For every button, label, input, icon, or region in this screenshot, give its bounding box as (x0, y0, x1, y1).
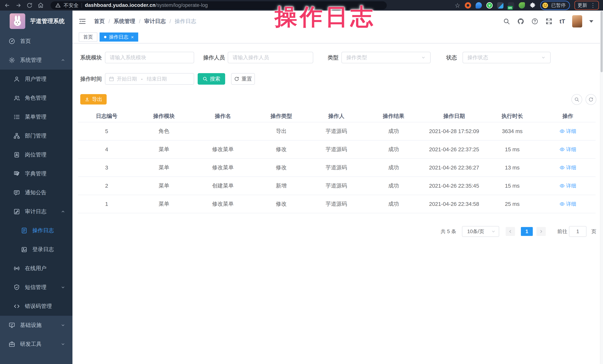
browser-update-button[interactable]: 更新 ⋮ (574, 1, 599, 10)
home-icon[interactable] (37, 2, 44, 9)
cell-type: 导出 (253, 122, 309, 140)
end-date-placeholder: 结束日期 (147, 76, 167, 82)
online-signal-icon (13, 265, 20, 272)
sidebar-logo-row[interactable]: 芋道管理系统 (0, 11, 72, 32)
chevron-down-icon (421, 55, 426, 60)
sidebar-item-label: 审计日志 (25, 208, 46, 215)
sidebar-item-dict-management[interactable]: 字典管理 (0, 164, 72, 183)
toggle-search-circle-button[interactable] (571, 94, 582, 105)
page-size-select[interactable]: 10条/页 (462, 226, 499, 237)
reload-icon[interactable] (26, 2, 33, 9)
address-divider (81, 3, 82, 8)
cell-type: 新增 (253, 177, 309, 195)
system-management-submenu: 用户管理 角色管理 菜单管理 部门管理 岗位管理 (0, 70, 72, 316)
font-size-icon[interactable]: tT (559, 18, 565, 25)
scrollbar-thumb[interactable] (601, 11, 603, 72)
detail-link[interactable]: 详细 (559, 182, 576, 189)
status-select[interactable]: 操作状态 (463, 52, 551, 63)
cell-date: 2021-04-26 22:36:27 (424, 159, 485, 176)
search-button[interactable]: 搜索 (198, 73, 225, 85)
sidebar-item-home[interactable]: 首页 (0, 32, 72, 51)
cell-module: 菜单 (135, 141, 193, 158)
sidebar-item-operate-log[interactable]: 操作日志 (0, 221, 72, 240)
sidebar-item-sms-management[interactable]: 短信管理 (0, 278, 72, 297)
reset-button[interactable]: 重置 (231, 73, 255, 85)
extension-icon-green-v[interactable]: v (486, 2, 493, 9)
extension-icon-leaf[interactable] (519, 2, 525, 9)
eye-icon (559, 165, 565, 170)
prev-page-button[interactable] (506, 227, 515, 236)
toolbox-icon (9, 341, 15, 347)
detail-link[interactable]: 详细 (559, 128, 576, 134)
user-avatar[interactable] (572, 15, 582, 27)
code-icon (13, 303, 20, 310)
sidebar-item-menu-management[interactable]: 菜单管理 (0, 108, 72, 126)
filter-module-label: 系统模块 (76, 52, 102, 63)
breadcrumb-home[interactable]: 首页 (94, 18, 105, 25)
tab-operate-log[interactable]: 操作日志 × (100, 33, 138, 42)
detail-link[interactable]: 详细 (559, 146, 576, 153)
paused-badge-label: 已暂停 (551, 2, 566, 9)
extension-icon-orange[interactable] (465, 2, 471, 9)
export-button[interactable]: 导出 (80, 94, 107, 104)
extension-icon-gem[interactable] (497, 2, 503, 9)
start-date-placeholder: 开始日期 (117, 76, 137, 82)
sidebar-item-role-management[interactable]: 角色管理 (0, 88, 72, 108)
github-icon[interactable] (517, 18, 524, 25)
user-icon (13, 76, 20, 82)
browser-menu-icon[interactable]: ⋮ (590, 2, 596, 9)
sidebar-item-audit-log[interactable]: 审计日志 (0, 202, 72, 221)
forward-icon[interactable] (15, 2, 22, 9)
refresh-table-circle-button[interactable] (586, 94, 596, 105)
col-header: 操作模块 (135, 110, 193, 122)
sidebar-item-notice[interactable]: 通知公告 (0, 183, 72, 202)
search-icon[interactable] (503, 18, 510, 25)
breadcrumb-audit[interactable]: 审计日志 (144, 18, 166, 25)
cell-duration: 15 ms (485, 141, 540, 158)
bookmark-star-icon[interactable]: ☆ (455, 2, 460, 9)
type-select[interactable]: 操作类型 (341, 52, 431, 63)
sidebar-item-login-log[interactable]: 登录日志 (0, 240, 72, 259)
sidebar-item-dept-management[interactable]: 部门管理 (0, 126, 72, 145)
sidebar-item-error-code[interactable]: 错误码管理 (0, 297, 72, 316)
tab-home[interactable]: 首页 (79, 33, 97, 42)
col-header: 操作日期 (424, 110, 485, 122)
export-button-label: 导出 (92, 96, 102, 103)
detail-link[interactable]: 详细 (559, 201, 576, 207)
sidebar-item-system-management[interactable]: 系统管理 (0, 51, 72, 70)
help-icon[interactable] (531, 18, 538, 25)
sidebar-item-post-management[interactable]: 岗位管理 (0, 145, 72, 164)
extension-icon-switch[interactable]: on (508, 2, 514, 9)
page-number-1[interactable]: 1 (521, 227, 533, 236)
sidebar-item-label: 岗位管理 (25, 151, 46, 158)
extension-icon-pin[interactable] (475, 2, 482, 9)
back-icon[interactable] (4, 2, 11, 9)
active-tab-dot-icon (104, 36, 106, 38)
module-input[interactable] (105, 52, 194, 63)
app-title: 芋道管理系统 (30, 17, 65, 25)
col-header: 执行时长 (485, 110, 540, 122)
sidebar-item-infrastructure[interactable]: 基础设施 (0, 316, 72, 335)
sidebar-item-label: 通知公告 (25, 189, 46, 196)
filter-time-label: 操作时间 (76, 73, 102, 85)
tab-close-icon[interactable]: × (131, 35, 134, 40)
goto-page-input[interactable] (569, 226, 586, 237)
operator-input[interactable] (228, 52, 313, 63)
page-scrollbar[interactable] (600, 11, 603, 364)
next-page-button[interactable] (536, 227, 546, 236)
calendar-icon (109, 76, 114, 82)
sidebar-item-online-users[interactable]: 在线用户 (0, 259, 72, 278)
detail-link[interactable]: 详细 (559, 164, 576, 171)
fullscreen-icon[interactable] (545, 18, 553, 25)
sidebar-item-dev-tools[interactable]: 研发工具 (0, 335, 72, 353)
profile-paused-pill[interactable]: 已暂停 (540, 1, 570, 10)
eye-icon (559, 183, 565, 188)
sidebar-item-user-management[interactable]: 用户管理 (0, 70, 72, 88)
sidebar-fold-icon[interactable] (78, 17, 86, 25)
breadcrumb-system[interactable]: 系统管理 (114, 18, 135, 25)
extensions-puzzle-icon[interactable] (529, 2, 536, 9)
page-size-value: 10条/页 (467, 228, 491, 235)
date-range-picker[interactable]: 开始日期 - 结束日期 (105, 73, 194, 85)
user-menu-caret-icon[interactable] (589, 20, 593, 23)
chevron-down-icon (60, 323, 65, 328)
